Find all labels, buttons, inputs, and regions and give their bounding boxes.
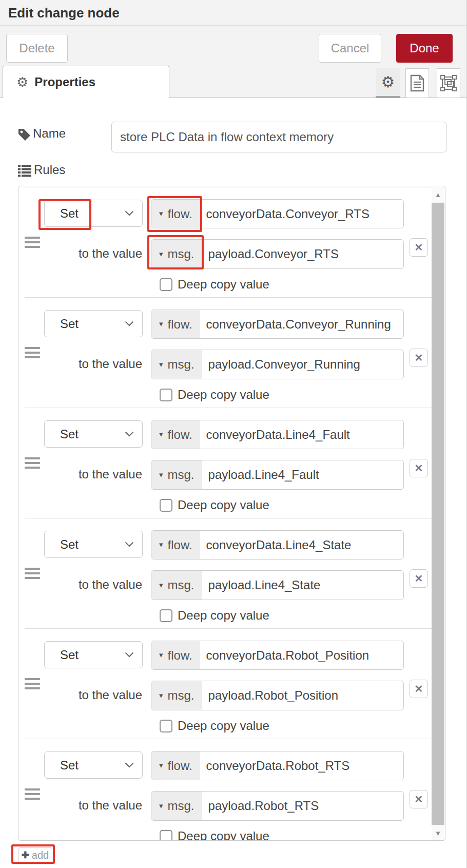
triangle-down-icon[interactable]: ▼ — [432, 825, 444, 841]
value-type-dropdown[interactable]: ▾ msg. — [151, 571, 202, 600]
rule-value-input[interactable]: ▾ msg. payload.Conveyor_RTS — [151, 239, 404, 269]
rule-row: Set ▾ flow. conveyorData.Conveyor_RTS to… — [19, 187, 433, 297]
deep-copy-checkbox[interactable] — [160, 389, 172, 401]
delete-button[interactable]: Delete — [6, 34, 68, 63]
tab-properties[interactable]: ⚙ Properties — [3, 66, 169, 98]
caret-down-icon: ▾ — [159, 802, 163, 810]
rules-label: Rules — [34, 163, 65, 177]
value-type-label: msg. — [168, 688, 194, 703]
value-type-label: msg. — [168, 357, 194, 372]
rule-row: Set ▾ flow. conveyorData.Robot_Position … — [19, 628, 433, 739]
rule-divider — [25, 297, 433, 298]
value-type-dropdown[interactable]: ▾ msg. — [151, 681, 202, 710]
document-icon — [410, 74, 424, 92]
rule-target-value: conveyorData.Robot_RTS — [200, 751, 350, 780]
rule-action-value: Set — [45, 206, 125, 221]
name-input[interactable] — [111, 122, 446, 152]
edit-change-node-dialog: Edit change node Delete Cancel Done ⚙ Pr… — [0, 0, 467, 868]
target-type-dropdown[interactable]: ▾ flow. — [151, 200, 200, 228]
value-type-dropdown[interactable]: ▾ msg. — [151, 792, 202, 820]
remove-rule-button[interactable]: ✕ — [410, 680, 428, 698]
plus-icon: ✚ — [22, 850, 29, 861]
rule-action-select[interactable]: Set — [44, 200, 143, 227]
dialog-chrome: Edit change node Delete Cancel Done ⚙ Pr… — [0, 0, 466, 98]
chevron-down-icon — [125, 652, 134, 658]
triangle-up-icon[interactable]: ▲ — [432, 187, 444, 202]
rule-action-value: Set — [45, 758, 125, 773]
tab-bar: ⚙ Properties ⚙ — [0, 66, 466, 98]
gear-icon: ⚙ — [16, 75, 28, 89]
tab-properties-label: Properties — [34, 75, 95, 89]
rule-value-input[interactable]: ▾ msg. payload.Line4_State — [151, 570, 404, 600]
deep-copy-checkbox[interactable] — [160, 278, 172, 291]
rule-value-value: payload.Conveyor_RTS — [202, 240, 339, 268]
deep-copy-row: Deep copy value — [160, 388, 269, 402]
deep-copy-checkbox[interactable] — [160, 499, 172, 512]
rule-action-select[interactable]: Set — [44, 531, 143, 558]
rule-target-value: conveyorData.Line4_State — [200, 531, 352, 559]
value-type-dropdown[interactable]: ▾ msg. — [151, 350, 202, 379]
rule-value-input[interactable]: ▾ msg. payload.Robot_Position — [151, 681, 404, 710]
node-description-button[interactable] — [405, 68, 429, 98]
rule-target-value: conveyorData.Conveyor_Running — [200, 310, 391, 338]
to-the-value-label: to the value — [19, 357, 142, 371]
node-settings-button[interactable]: ⚙ — [376, 68, 400, 98]
caret-down-icon: ▾ — [159, 471, 163, 479]
rule-value-input[interactable]: ▾ msg. payload.Line4_Fault — [151, 460, 404, 490]
gear-icon: ⚙ — [381, 74, 395, 90]
cancel-button[interactable]: Cancel — [319, 34, 381, 63]
remove-rule-button[interactable]: ✕ — [410, 569, 428, 588]
value-type-label: msg. — [168, 578, 194, 592]
target-type-label: flow. — [168, 759, 192, 773]
rule-value-input[interactable]: ▾ msg. payload.Robot_RTS — [151, 791, 404, 821]
rule-target-input[interactable]: ▾ flow. conveyorData.Robot_RTS — [151, 751, 404, 780]
target-type-dropdown[interactable]: ▾ flow. — [151, 531, 200, 559]
rule-target-input[interactable]: ▾ flow. conveyorData.Conveyor_RTS — [151, 199, 404, 228]
target-type-dropdown[interactable]: ▾ flow. — [151, 751, 200, 780]
caret-down-icon: ▾ — [159, 541, 163, 549]
rule-target-value: conveyorData.Line4_Fault — [200, 420, 350, 449]
name-label: Name — [33, 126, 66, 141]
remove-rule-button[interactable]: ✕ — [410, 349, 428, 367]
rule-row: Set ▾ flow. conveyorData.Line4_Fault to … — [19, 408, 433, 518]
value-type-dropdown[interactable]: ▾ msg. — [151, 240, 202, 268]
rule-target-input[interactable]: ▾ flow. conveyorData.Conveyor_Running — [151, 310, 404, 339]
deep-copy-checkbox[interactable] — [160, 720, 172, 732]
target-type-dropdown[interactable]: ▾ flow. — [151, 310, 200, 338]
deep-copy-checkbox[interactable] — [160, 830, 172, 841]
done-button[interactable]: Done — [396, 34, 453, 63]
deep-copy-label: Deep copy value — [178, 277, 269, 292]
rule-divider — [25, 187, 433, 187]
rule-value-input[interactable]: ▾ msg. payload.Conveyor_Running — [151, 350, 404, 379]
deep-copy-checkbox[interactable] — [160, 609, 172, 622]
caret-down-icon: ▾ — [159, 361, 163, 369]
add-rule-button[interactable]: ✚ add — [18, 847, 52, 863]
rules-scrollbar[interactable]: ▲ ▼ — [432, 187, 444, 841]
remove-rule-button[interactable]: ✕ — [410, 459, 428, 477]
value-type-label: msg. — [168, 799, 194, 813]
rule-action-select[interactable]: Set — [44, 310, 143, 337]
remove-rule-button[interactable]: ✕ — [410, 238, 428, 257]
node-appearance-button[interactable] — [437, 68, 460, 98]
rules-container: Set ▾ flow. conveyorData.Conveyor_RTS to… — [18, 186, 445, 841]
remove-rule-button[interactable]: ✕ — [410, 790, 428, 808]
chevron-down-icon — [125, 431, 134, 437]
rule-divider — [25, 518, 433, 518]
rule-target-input[interactable]: ▾ flow. conveyorData.Line4_Fault — [151, 420, 404, 449]
caret-down-icon: ▾ — [159, 762, 163, 769]
caret-down-icon: ▾ — [159, 651, 163, 659]
value-type-dropdown[interactable]: ▾ msg. — [151, 460, 202, 489]
target-type-label: flow. — [168, 538, 192, 552]
scrollbar-thumb[interactable] — [432, 203, 444, 825]
caret-down-icon: ▾ — [159, 582, 163, 589]
deep-copy-row: Deep copy value — [160, 277, 269, 292]
rule-action-select[interactable]: Set — [44, 420, 143, 448]
rule-target-input[interactable]: ▾ flow. conveyorData.Line4_State — [151, 530, 404, 560]
target-type-dropdown[interactable]: ▾ flow. — [151, 420, 200, 449]
rule-action-select[interactable]: Set — [44, 641, 143, 668]
rule-action-select[interactable]: Set — [44, 751, 143, 779]
value-type-label: msg. — [168, 247, 194, 261]
deep-copy-label: Deep copy value — [178, 608, 269, 623]
rule-target-input[interactable]: ▾ flow. conveyorData.Robot_Position — [151, 641, 404, 670]
target-type-dropdown[interactable]: ▾ flow. — [151, 641, 200, 669]
